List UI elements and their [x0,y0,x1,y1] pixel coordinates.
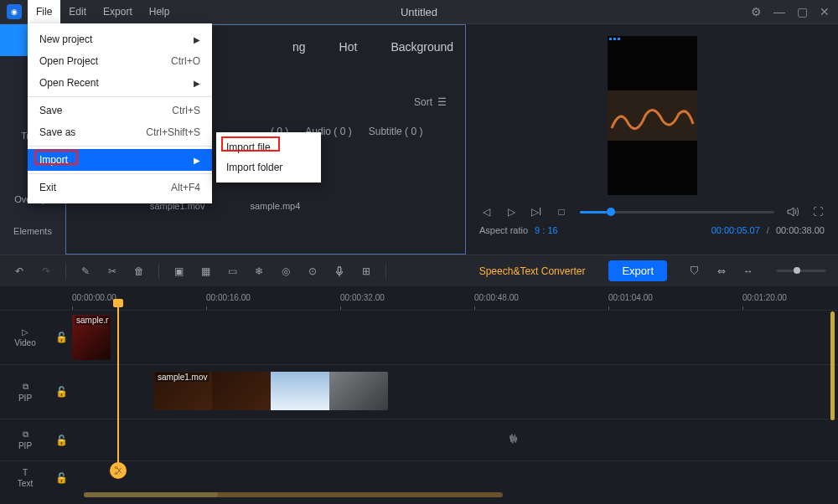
volume-icon[interactable] [786,205,799,219]
separator [158,264,159,279]
playhead-scissor-icon[interactable] [110,462,127,479]
ruler-tick: 00:00:48.00 [474,293,519,302]
mosaic-icon[interactable]: ▦ [198,264,213,279]
track-content[interactable] [72,419,838,460]
shortcut: Ctrl+Shift+S [146,126,200,138]
lock-icon[interactable]: 🔓 [50,332,72,343]
menu-open-project[interactable]: Open ProjectCtrl+O [28,50,212,72]
next-frame-icon[interactable]: ▷l [530,205,543,219]
menu-open-recent-label: Open Recent [39,77,99,89]
titlebar: ◉ File Edit Export Help Untitled ⚙ — ▢ ✕ [0,0,838,23]
voice-icon[interactable] [332,264,347,279]
link-icon[interactable]: ⇔ [714,264,729,279]
stop-icon[interactable]: □ [555,205,568,219]
track-content[interactable] [72,461,838,494]
time-ruler[interactable]: 00:00:00.00 00:00:16.00 00:00:32.00 00:0… [72,286,838,310]
zoom-slider[interactable] [776,270,826,272]
shield-icon[interactable]: ⛉ [687,264,702,279]
menu-edit[interactable]: Edit [60,0,95,23]
sidetab-elements[interactable]: Elements [0,215,65,247]
time-current: 00:00:05.07 [711,225,760,235]
media-file-sample[interactable]: sample.mp4 [250,201,300,211]
undo-icon[interactable]: ↶ [12,264,27,279]
clip-video[interactable]: sample.r [72,315,111,360]
lock-icon[interactable]: 🔓 [50,435,72,446]
selection-handles-icon [609,38,620,40]
pip-track-icon: ⧉ [23,382,28,392]
menu-save-label: Save [39,105,62,116]
waveform-icon [508,433,520,445]
zoom-icon[interactable]: ⊞ [359,264,374,279]
menu-export[interactable]: Export [95,0,141,23]
media-tab-background[interactable]: Background [391,40,453,54]
fit-icon[interactable]: ↔ [741,264,756,279]
play-icon[interactable]: ▷ [504,205,518,219]
edit-pencil-icon[interactable]: ✎ [78,264,93,279]
highlight-box [34,150,78,165]
export-button[interactable]: Export [608,260,667,281]
speed-icon[interactable]: ⊙ [305,264,320,279]
track-pip2-label: ⧉ PIP [0,429,50,450]
menu-exit[interactable]: ExitAlt+F4 [28,177,212,198]
delete-trash-icon[interactable]: 🗑 [132,264,147,279]
prev-frame-icon[interactable]: ◁ [479,205,493,219]
timeline-v-scrollbar[interactable] [830,311,835,479]
separator [385,264,386,279]
submenu-import-file[interactable]: Import file [216,137,321,157]
menu-open-recent[interactable]: Open Recent▶ [28,72,212,94]
menu-save-as[interactable]: Save asCtrl+Shift+S [28,121,212,143]
preview-progress[interactable] [580,211,774,213]
clip-pip[interactable]: sample1.mov [153,372,388,410]
time-sep: / [767,225,769,235]
menu-open-project-label: Open Project [39,55,98,67]
shortcut: Alt+F4 [171,182,200,193]
freeze-icon[interactable]: ❄︎ [251,264,266,279]
separator [28,146,212,147]
snapshot-icon[interactable]: ◎ [278,264,293,279]
split-icon[interactable]: ▭ [225,264,240,279]
document-title: Untitled [401,6,437,18]
media-tab-hot[interactable]: Hot [339,40,358,54]
track-name: Text [18,479,33,488]
text-track-icon: T [23,468,28,477]
menubar: File Edit Export Help [28,0,178,23]
track-content[interactable]: sample.r [72,311,838,364]
aspect-value[interactable]: 9 : 16 [535,225,558,235]
minimize-icon[interactable]: — [773,5,785,18]
menu-new-project[interactable]: New project▶ [28,28,212,50]
count-subtitle: Subtitle ( 0 ) [369,126,423,137]
redo-icon[interactable]: ↷ [39,264,54,279]
track-name: Video [14,338,35,347]
ruler-tick: 00:00:16.00 [206,293,251,302]
play-controls: ◁ ▷ ▷l □ ⛶ [466,195,838,224]
menu-import[interactable]: Import▶ [28,149,212,171]
submenu-import-folder[interactable]: Import folder [216,157,321,177]
pip-track-icon: ⧉ [23,429,28,440]
menu-save-as-label: Save as [39,126,75,138]
playhead[interactable] [117,301,119,477]
menu-save[interactable]: SaveCtrl+S [28,100,212,121]
lock-icon[interactable]: 🔓 [50,386,72,398]
media-tab-ng[interactable]: ng [292,40,306,54]
settings-icon[interactable]: ⚙ [751,5,762,18]
menu-help[interactable]: Help [141,0,178,23]
lock-icon[interactable]: 🔓 [50,472,72,484]
preview-canvas[interactable] [608,36,697,195]
maximize-icon[interactable]: ▢ [797,5,808,18]
menu-file[interactable]: File [28,0,60,23]
close-icon[interactable]: ✕ [820,5,830,18]
timeline-h-scrollbar[interactable] [84,492,503,497]
cut-scissors-icon[interactable]: ✂ [105,264,120,279]
speech-text-converter[interactable]: Speech&Text Converter [479,265,586,277]
sort-control[interactable]: Sort ☰ [414,96,447,108]
track-text: T Text 🔓 [0,460,838,494]
preview-thumbnail [608,90,697,141]
crop-icon[interactable]: ▣ [171,264,186,279]
video-track-icon: ▷ [22,327,28,337]
track-content[interactable]: sample1.mov [72,365,838,419]
separator [65,264,66,279]
time-total: 00:00:38.00 [776,225,825,235]
menu-exit-label: Exit [39,182,56,193]
track-text-label: T Text [0,468,50,488]
fullscreen-icon[interactable]: ⛶ [811,205,825,219]
